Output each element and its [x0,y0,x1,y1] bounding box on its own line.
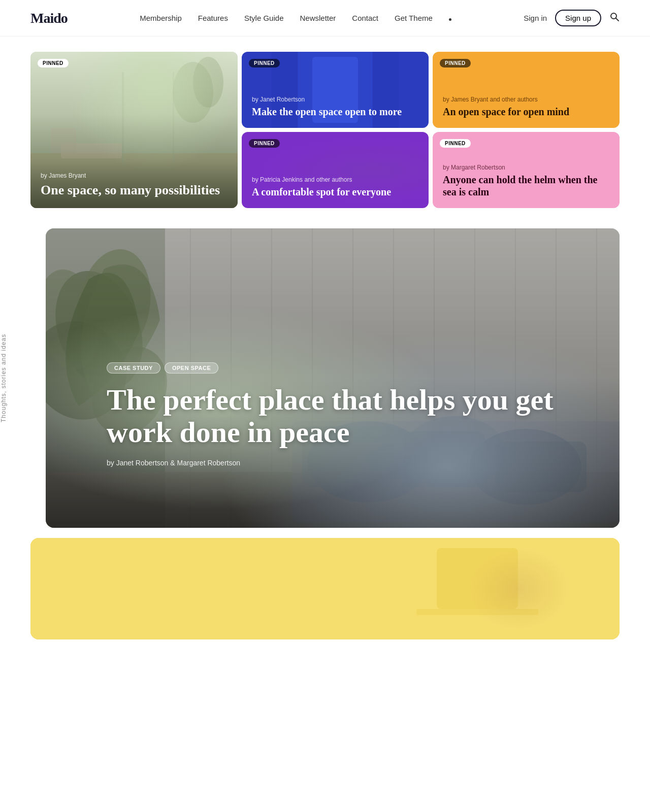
nav-links: Membership Features Style Guide Newslett… [140,14,451,23]
card4-title: A comfortable spot for everyone [252,186,418,198]
navbar: Maido Membership Features Style Guide Ne… [0,0,650,37]
yellow-section [30,538,620,639]
svg-point-30 [70,244,159,366]
pinned-badge-3: PINNED [440,59,471,67]
svg-rect-43 [30,538,620,639]
signup-button[interactable]: Sign up [555,10,601,26]
nav-newsletter[interactable]: Newsletter [300,14,336,22]
card1-title: One space, so many possibilities [41,182,220,198]
hero-content: CASE STUDY OPEN SPACE The perfect place … [107,362,589,467]
card1-author: by James Bryant [41,172,220,179]
svg-point-8 [193,57,223,108]
hero-tags: CASE STUDY OPEN SPACE [107,362,589,374]
tag-case-study[interactable]: CASE STUDY [107,362,160,374]
yellow-section-svg [30,538,620,639]
card5-title: Anyone can hold the helm when the sea is… [443,174,609,198]
pinned-badge-1: PINNED [38,59,69,67]
nav-features[interactable]: Features [198,14,228,22]
hero-title: The perfect place that helps you get wor… [107,384,589,449]
side-label-container: Thoughts, stories and ideas [0,228,15,528]
nav-membership[interactable]: Membership [140,14,182,22]
card2-title: Make the open space open to more [252,106,418,118]
nav-right: Sign in Sign up [524,10,620,26]
svg-point-7 [173,62,213,123]
hero-authors: by Janet Robertson & Margaret Robertson [107,459,589,467]
nav-style-guide[interactable]: Style Guide [244,14,284,22]
card4-author: by Patricia Jenkins and other authors [252,176,418,183]
hero-wrapper: Thoughts, stories and ideas [0,228,650,528]
side-label: Thoughts, stories and ideas [0,334,7,422]
search-icon [609,12,620,22]
card2-author: by Janet Robertson [252,96,418,103]
tag-open-space[interactable]: OPEN SPACE [165,362,218,374]
svg-rect-45 [416,609,538,615]
svg-rect-44 [437,548,518,609]
card-large[interactable]: PINNED by James Bryant One space, so man… [30,52,238,208]
svg-line-1 [615,18,619,21]
main-content: PINNED by James Bryant One space, so man… [0,42,650,639]
card5-author: by Margaret Robertson [443,164,609,171]
pinned-badge-2: PINNED [249,59,280,67]
svg-point-33 [46,264,107,375]
search-button[interactable] [609,12,620,24]
svg-rect-5 [122,72,124,163]
nav-contact[interactable]: Contact [352,14,378,22]
svg-rect-9 [61,143,122,158]
svg-rect-6 [173,72,174,163]
card-large-content: by James Bryant One space, so many possi… [41,172,220,198]
logo[interactable]: Maido [30,10,68,26]
signin-link[interactable]: Sign in [524,14,547,22]
svg-rect-34 [46,472,620,528]
svg-rect-10 [51,128,76,153]
card-blue[interactable]: PINNED by Janet Robertson Make the open … [242,52,429,128]
pinned-badge-5: PINNED [440,139,471,148]
card-orange[interactable]: PINNED by James Bryant and other authors… [433,52,620,128]
hero-section[interactable]: CASE STUDY OPEN SPACE The perfect place … [46,228,620,528]
pinned-badge-4: PINNED [249,139,280,148]
pinned-grid: PINNED by James Bryant One space, so man… [0,42,650,218]
nav-dot [449,18,451,21]
card-pink[interactable]: PINNED by Margaret Robertson Anyone can … [433,132,620,208]
card3-author: by James Bryant and other authors [443,96,609,103]
nav-get-theme[interactable]: Get Theme [395,14,433,22]
card-purple[interactable]: PINNED by Patricia Jenkins and other aut… [242,132,429,208]
card3-title: An open space for open mind [443,106,609,118]
